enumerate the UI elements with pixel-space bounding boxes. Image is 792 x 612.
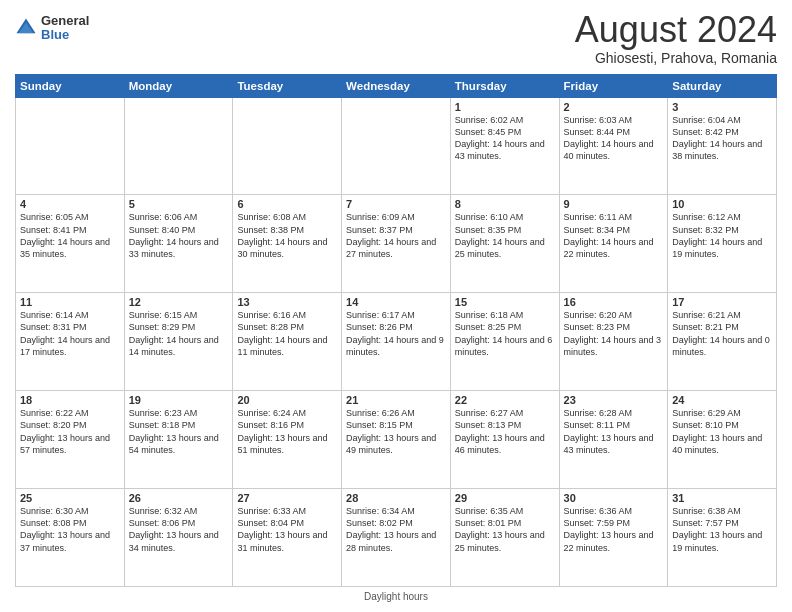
day-info: Sunrise: 6:11 AM Sunset: 8:34 PM Dayligh… [564,211,664,260]
title-block: August 2024 Ghiosesti, Prahova, Romania [575,10,777,66]
day-cell-31: 31Sunrise: 6:38 AM Sunset: 7:57 PM Dayli… [668,489,777,587]
page: General Blue August 2024 Ghiosesti, Prah… [0,0,792,612]
header: General Blue August 2024 Ghiosesti, Prah… [15,10,777,66]
daylight-label: Daylight hours [364,591,428,602]
day-info: Sunrise: 6:10 AM Sunset: 8:35 PM Dayligh… [455,211,555,260]
day-number: 1 [455,101,555,113]
day-cell-29: 29Sunrise: 6:35 AM Sunset: 8:01 PM Dayli… [450,489,559,587]
week-row-2: 4Sunrise: 6:05 AM Sunset: 8:41 PM Daylig… [16,195,777,293]
day-info: Sunrise: 6:32 AM Sunset: 8:06 PM Dayligh… [129,505,229,554]
calendar-body: 1Sunrise: 6:02 AM Sunset: 8:45 PM Daylig… [16,97,777,586]
day-info: Sunrise: 6:14 AM Sunset: 8:31 PM Dayligh… [20,309,120,358]
day-info: Sunrise: 6:15 AM Sunset: 8:29 PM Dayligh… [129,309,229,358]
day-info: Sunrise: 6:30 AM Sunset: 8:08 PM Dayligh… [20,505,120,554]
day-cell-15: 15Sunrise: 6:18 AM Sunset: 8:25 PM Dayli… [450,293,559,391]
day-of-week-tuesday: Tuesday [233,74,342,97]
day-info: Sunrise: 6:16 AM Sunset: 8:28 PM Dayligh… [237,309,337,358]
day-cell-1: 1Sunrise: 6:02 AM Sunset: 8:45 PM Daylig… [450,97,559,195]
day-info: Sunrise: 6:20 AM Sunset: 8:23 PM Dayligh… [564,309,664,358]
day-number: 21 [346,394,446,406]
day-cell-11: 11Sunrise: 6:14 AM Sunset: 8:31 PM Dayli… [16,293,125,391]
days-of-week-row: SundayMondayTuesdayWednesdayThursdayFrid… [16,74,777,97]
day-number: 13 [237,296,337,308]
day-info: Sunrise: 6:33 AM Sunset: 8:04 PM Dayligh… [237,505,337,554]
day-info: Sunrise: 6:29 AM Sunset: 8:10 PM Dayligh… [672,407,772,456]
day-cell-22: 22Sunrise: 6:27 AM Sunset: 8:13 PM Dayli… [450,391,559,489]
week-row-3: 11Sunrise: 6:14 AM Sunset: 8:31 PM Dayli… [16,293,777,391]
day-info: Sunrise: 6:27 AM Sunset: 8:13 PM Dayligh… [455,407,555,456]
day-info: Sunrise: 6:36 AM Sunset: 7:59 PM Dayligh… [564,505,664,554]
logo-blue: Blue [41,28,89,42]
day-number: 4 [20,198,120,210]
day-of-week-sunday: Sunday [16,74,125,97]
day-of-week-thursday: Thursday [450,74,559,97]
day-number: 23 [564,394,664,406]
calendar-table: SundayMondayTuesdayWednesdayThursdayFrid… [15,74,777,587]
day-number: 11 [20,296,120,308]
day-info: Sunrise: 6:22 AM Sunset: 8:20 PM Dayligh… [20,407,120,456]
day-number: 19 [129,394,229,406]
day-number: 29 [455,492,555,504]
day-number: 27 [237,492,337,504]
day-info: Sunrise: 6:05 AM Sunset: 8:41 PM Dayligh… [20,211,120,260]
empty-cell [233,97,342,195]
day-number: 20 [237,394,337,406]
day-cell-20: 20Sunrise: 6:24 AM Sunset: 8:16 PM Dayli… [233,391,342,489]
day-number: 17 [672,296,772,308]
day-info: Sunrise: 6:09 AM Sunset: 8:37 PM Dayligh… [346,211,446,260]
day-info: Sunrise: 6:24 AM Sunset: 8:16 PM Dayligh… [237,407,337,456]
day-cell-12: 12Sunrise: 6:15 AM Sunset: 8:29 PM Dayli… [124,293,233,391]
logo-icon [15,17,37,39]
day-info: Sunrise: 6:26 AM Sunset: 8:15 PM Dayligh… [346,407,446,456]
logo-text: General Blue [41,14,89,43]
day-number: 30 [564,492,664,504]
empty-cell [342,97,451,195]
day-cell-14: 14Sunrise: 6:17 AM Sunset: 8:26 PM Dayli… [342,293,451,391]
day-number: 28 [346,492,446,504]
day-cell-24: 24Sunrise: 6:29 AM Sunset: 8:10 PM Dayli… [668,391,777,489]
day-number: 5 [129,198,229,210]
day-number: 14 [346,296,446,308]
day-cell-18: 18Sunrise: 6:22 AM Sunset: 8:20 PM Dayli… [16,391,125,489]
day-number: 22 [455,394,555,406]
day-cell-13: 13Sunrise: 6:16 AM Sunset: 8:28 PM Dayli… [233,293,342,391]
logo-general: General [41,14,89,28]
day-number: 2 [564,101,664,113]
day-number: 7 [346,198,446,210]
week-row-4: 18Sunrise: 6:22 AM Sunset: 8:20 PM Dayli… [16,391,777,489]
day-cell-9: 9Sunrise: 6:11 AM Sunset: 8:34 PM Daylig… [559,195,668,293]
day-number: 26 [129,492,229,504]
day-cell-26: 26Sunrise: 6:32 AM Sunset: 8:06 PM Dayli… [124,489,233,587]
day-cell-19: 19Sunrise: 6:23 AM Sunset: 8:18 PM Dayli… [124,391,233,489]
day-number: 3 [672,101,772,113]
empty-cell [16,97,125,195]
day-info: Sunrise: 6:12 AM Sunset: 8:32 PM Dayligh… [672,211,772,260]
day-cell-2: 2Sunrise: 6:03 AM Sunset: 8:44 PM Daylig… [559,97,668,195]
day-cell-7: 7Sunrise: 6:09 AM Sunset: 8:37 PM Daylig… [342,195,451,293]
day-number: 9 [564,198,664,210]
day-of-week-monday: Monday [124,74,233,97]
day-info: Sunrise: 6:35 AM Sunset: 8:01 PM Dayligh… [455,505,555,554]
empty-cell [124,97,233,195]
day-info: Sunrise: 6:38 AM Sunset: 7:57 PM Dayligh… [672,505,772,554]
day-of-week-friday: Friday [559,74,668,97]
day-info: Sunrise: 6:34 AM Sunset: 8:02 PM Dayligh… [346,505,446,554]
day-info: Sunrise: 6:17 AM Sunset: 8:26 PM Dayligh… [346,309,446,358]
day-cell-3: 3Sunrise: 6:04 AM Sunset: 8:42 PM Daylig… [668,97,777,195]
day-cell-30: 30Sunrise: 6:36 AM Sunset: 7:59 PM Dayli… [559,489,668,587]
day-number: 31 [672,492,772,504]
week-row-5: 25Sunrise: 6:30 AM Sunset: 8:08 PM Dayli… [16,489,777,587]
day-cell-4: 4Sunrise: 6:05 AM Sunset: 8:41 PM Daylig… [16,195,125,293]
week-row-1: 1Sunrise: 6:02 AM Sunset: 8:45 PM Daylig… [16,97,777,195]
day-cell-23: 23Sunrise: 6:28 AM Sunset: 8:11 PM Dayli… [559,391,668,489]
location: Ghiosesti, Prahova, Romania [575,50,777,66]
day-number: 18 [20,394,120,406]
day-number: 6 [237,198,337,210]
day-cell-21: 21Sunrise: 6:26 AM Sunset: 8:15 PM Dayli… [342,391,451,489]
day-number: 15 [455,296,555,308]
day-info: Sunrise: 6:06 AM Sunset: 8:40 PM Dayligh… [129,211,229,260]
day-number: 12 [129,296,229,308]
day-number: 24 [672,394,772,406]
day-number: 10 [672,198,772,210]
day-number: 8 [455,198,555,210]
